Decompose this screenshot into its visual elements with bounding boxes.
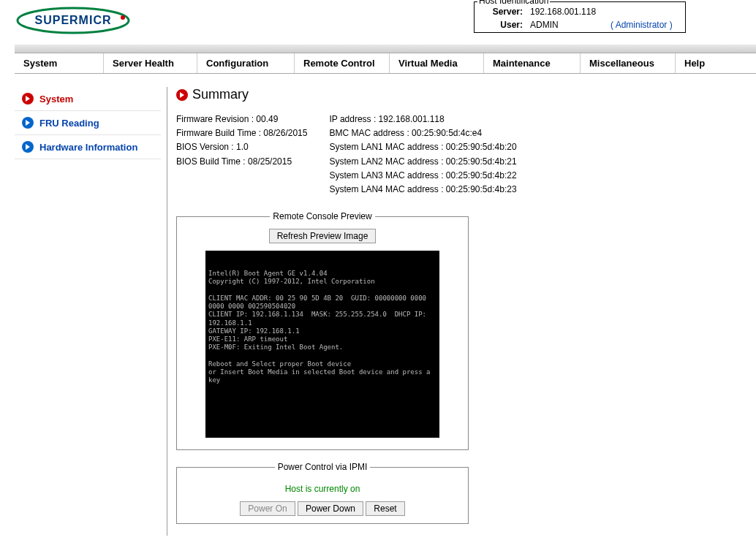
host-identification-box: Host Identification Server: 192.168.001.…: [474, 1, 686, 33]
menu-configuration[interactable]: Configuration: [197, 53, 295, 73]
brand-logo: SUPERMICR: [15, 4, 132, 39]
lan3-mac: System LAN3 MAC address : 00:25:90:5d:4b…: [329, 169, 516, 183]
user-value: ADMIN: [530, 20, 611, 30]
main-content: Summary Firmware Revision : 00.49 Firmwa…: [176, 87, 756, 536]
arrow-right-icon: [22, 93, 34, 104]
arrow-right-icon: [176, 89, 188, 101]
arrow-right-icon: [22, 117, 34, 129]
lan2-mac: System LAN2 MAC address : 00:25:90:5d:4b…: [329, 155, 516, 169]
firmware-build-time: Firmware Build Time : 08/26/2015: [176, 126, 307, 140]
remote-console-preview-box: Remote Console Preview Refresh Preview I…: [176, 211, 469, 450]
svg-text:SUPERMICR: SUPERMICR: [34, 14, 111, 26]
vertical-divider: [167, 87, 167, 536]
user-role: ( Administrator ): [611, 20, 673, 30]
lan1-mac: System LAN1 MAC address : 00:25:90:5d:4b…: [329, 140, 516, 154]
bmc-mac: BMC MAC address : 00:25:90:5d:4c:e4: [329, 126, 516, 140]
ip-address: IP address : 192.168.001.118: [329, 113, 516, 126]
power-control-legend: Power Control via IPMI: [275, 462, 371, 472]
info-left-column: Firmware Revision : 00.49 Firmware Build…: [176, 113, 307, 197]
page-title-text: Summary: [192, 87, 249, 102]
header-separator: [15, 44, 756, 53]
sidebar-label-system: System: [39, 94, 73, 104]
sidebar-item-hwinfo[interactable]: Hardware Information: [15, 135, 161, 159]
host-id-title: Host Identification: [477, 0, 550, 6]
bios-version: BIOS Version : 1.0: [176, 140, 307, 154]
main-menu-bar: System Server Health Configuration Remot…: [15, 53, 756, 74]
server-value: 192.168.001.118: [530, 7, 611, 17]
power-on-button[interactable]: Power On: [240, 501, 295, 516]
bios-build-time: BIOS Build Time : 08/25/2015: [176, 155, 307, 169]
user-label: User:: [479, 20, 530, 30]
sidebar-label-hwinfo: Hardware Information: [39, 142, 137, 153]
lan4-mac: System LAN4 MAC address : 00:25:90:5d:4b…: [329, 183, 516, 197]
remote-console-legend: Remote Console Preview: [270, 211, 374, 221]
menu-remote-control[interactable]: Remote Control: [295, 53, 390, 73]
sidebar-label-fru: FRU Reading: [39, 118, 99, 129]
sidebar-item-system[interactable]: System: [15, 87, 161, 111]
firmware-revision: Firmware Revision : 00.49: [176, 113, 307, 126]
info-right-column: IP address : 192.168.001.118 BMC MAC add…: [329, 113, 516, 197]
svg-point-2: [121, 15, 125, 20]
menu-miscellaneous[interactable]: Miscellaneous: [581, 53, 676, 73]
arrow-right-icon: [22, 141, 34, 153]
page-title: Summary: [176, 87, 756, 102]
menu-server-health[interactable]: Server Health: [104, 53, 197, 73]
refresh-preview-button[interactable]: Refresh Preview Image: [269, 229, 377, 243]
power-control-box: Power Control via IPMI Host is currently…: [176, 462, 469, 524]
menu-virtual-media[interactable]: Virtual Media: [390, 53, 484, 73]
console-preview-image[interactable]: Intel(R) Boot Agent GE v1.4.04 Copyright…: [205, 251, 439, 438]
server-label: Server:: [479, 7, 530, 17]
sidebar: System FRU Reading Hardware Information: [15, 87, 161, 536]
host-power-status: Host is currently on: [184, 484, 461, 494]
menu-help[interactable]: Help: [676, 53, 734, 73]
menu-maintenance[interactable]: Maintenance: [484, 53, 581, 73]
power-down-button[interactable]: Power Down: [298, 501, 363, 516]
sidebar-item-fru[interactable]: FRU Reading: [15, 111, 161, 135]
menu-system[interactable]: System: [15, 53, 104, 73]
reset-button[interactable]: Reset: [366, 501, 404, 516]
